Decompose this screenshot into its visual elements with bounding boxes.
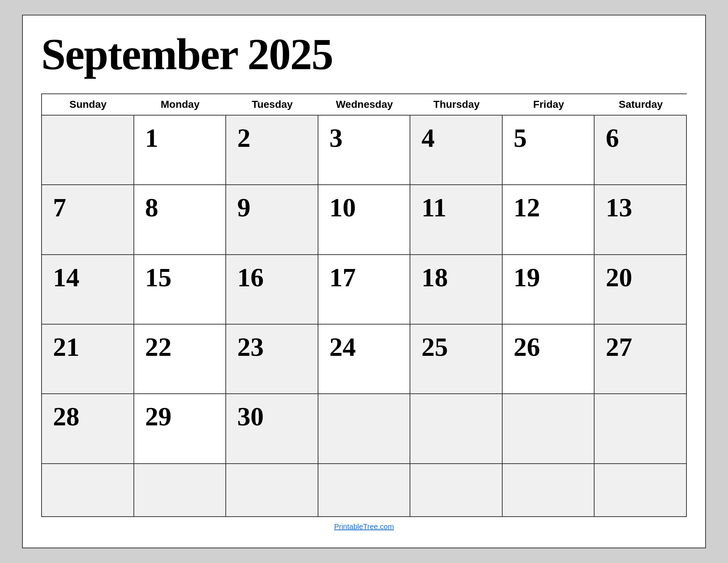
cell-sep-4: 4 <box>410 116 503 184</box>
cell-sep-30: 30 <box>226 394 318 463</box>
cell-sep-2: 2 <box>226 116 318 184</box>
header-monday: Monday <box>134 94 226 115</box>
cell-sep-19: 19 <box>503 255 595 324</box>
week-row-2: 7 8 9 10 11 12 13 <box>42 185 687 255</box>
week-row-6 <box>42 464 687 517</box>
cell-empty-1 <box>42 116 134 184</box>
calendar-title: September 2025 <box>41 30 687 79</box>
header-saturday: Saturday <box>595 94 687 115</box>
cell-sep-27: 27 <box>595 325 687 393</box>
footer: PrintableTree.com <box>41 517 687 537</box>
cell-sep-13: 13 <box>595 185 687 254</box>
cell-sep-29: 29 <box>134 394 226 463</box>
cell-empty-w6-7 <box>595 464 687 516</box>
cell-empty-w6-1 <box>42 464 134 516</box>
day-headers: Sunday Monday Tuesday Wednesday Thursday… <box>42 94 687 115</box>
cell-empty-w5-7 <box>595 394 687 463</box>
week-row-1: 1 2 3 4 5 6 <box>42 116 687 185</box>
cell-sep-24: 24 <box>318 325 411 393</box>
cell-sep-23: 23 <box>226 325 318 393</box>
cell-sep-12: 12 <box>503 185 595 254</box>
calendar-grid: Sunday Monday Tuesday Wednesday Thursday… <box>41 93 687 517</box>
cell-sep-16: 16 <box>226 255 318 324</box>
cell-sep-6: 6 <box>595 116 687 184</box>
cell-sep-9: 9 <box>226 185 318 254</box>
cell-sep-7: 7 <box>42 185 134 254</box>
cell-sep-26: 26 <box>503 325 595 393</box>
header-friday: Friday <box>503 94 595 115</box>
week-row-5: 28 29 30 <box>42 394 687 464</box>
cell-sep-18: 18 <box>410 255 503 324</box>
cell-sep-5: 5 <box>503 116 595 184</box>
calendar-page: September 2025 Sunday Monday Tuesday Wed… <box>22 15 706 548</box>
cell-empty-w6-5 <box>410 464 503 516</box>
cell-empty-w5-4 <box>318 394 411 463</box>
week-row-3: 14 15 16 17 18 19 20 <box>42 255 687 325</box>
cell-empty-w6-6 <box>503 464 595 516</box>
week-row-4: 21 22 23 24 25 26 27 <box>42 325 687 394</box>
cell-sep-15: 15 <box>134 255 226 324</box>
cell-sep-20: 20 <box>595 255 687 324</box>
cell-empty-w5-6 <box>503 394 595 463</box>
cell-empty-w6-2 <box>134 464 226 516</box>
header-tuesday: Tuesday <box>226 94 318 115</box>
header-sunday: Sunday <box>42 94 134 115</box>
cell-sep-22: 22 <box>134 325 226 393</box>
cell-empty-w6-4 <box>318 464 411 516</box>
cell-sep-17: 17 <box>318 255 411 324</box>
cell-sep-3: 3 <box>318 116 411 184</box>
cell-sep-8: 8 <box>134 185 226 254</box>
cell-empty-w5-5 <box>410 394 503 463</box>
calendar-body: 1 2 3 4 5 6 7 8 9 10 11 12 13 14 15 16 <box>42 115 687 517</box>
cell-sep-10: 10 <box>318 185 411 254</box>
header-wednesday: Wednesday <box>318 94 411 115</box>
cell-sep-28: 28 <box>42 394 134 463</box>
header-thursday: Thursday <box>410 94 503 115</box>
cell-sep-14: 14 <box>42 255 134 324</box>
cell-sep-11: 11 <box>410 185 503 254</box>
cell-sep-25: 25 <box>410 325 503 393</box>
cell-sep-1: 1 <box>134 116 226 184</box>
footer-link[interactable]: PrintableTree.com <box>334 523 394 531</box>
cell-empty-w6-3 <box>226 464 318 516</box>
cell-sep-21: 21 <box>42 325 134 393</box>
